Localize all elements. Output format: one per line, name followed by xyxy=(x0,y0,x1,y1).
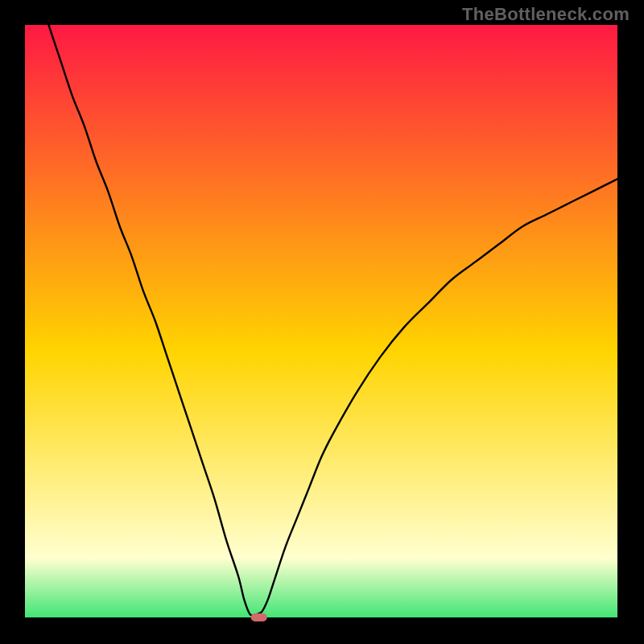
watermark: TheBottleneck.com xyxy=(462,4,630,25)
bottleneck-chart xyxy=(0,0,644,644)
plot-background xyxy=(25,25,617,617)
optimum-marker xyxy=(251,613,267,621)
